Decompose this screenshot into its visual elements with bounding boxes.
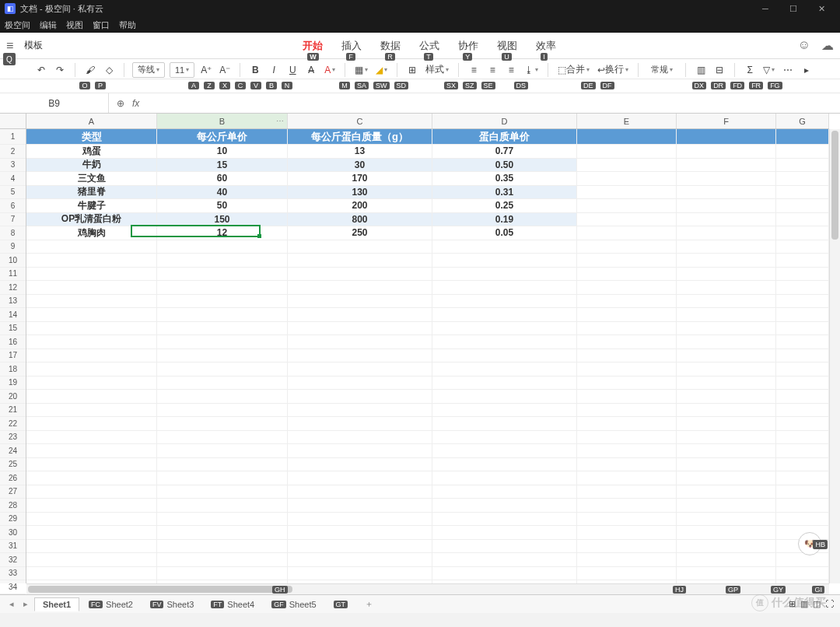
row-header-12[interactable]: 12 [0,281,26,295]
cell[interactable] [577,471,677,485]
sheet-tab-Sheet1[interactable]: Sheet1 [34,597,79,611]
cell[interactable] [577,363,677,377]
cell[interactable] [432,335,577,349]
cell[interactable]: 0.31 [432,186,577,200]
cell[interactable] [432,390,577,404]
menu-编辑[interactable]: 编辑 [40,19,57,31]
cell[interactable] [577,226,677,240]
cell[interactable]: 鸡胸肉 [26,226,157,240]
cell[interactable] [432,513,577,527]
cell[interactable] [288,390,432,404]
sort-button[interactable]: ⊟ [712,62,726,78]
column-headers[interactable]: AB⋯CDEFG [26,114,829,129]
cell[interactable] [288,567,432,581]
cell[interactable] [157,417,288,431]
cell[interactable] [577,540,677,554]
cell[interactable] [677,308,776,322]
cell[interactable] [26,404,157,418]
cell[interactable]: 130 [288,186,432,200]
row-header-18[interactable]: 18 [0,363,26,377]
row-header-35[interactable]: 35 [0,594,26,595]
cell[interactable] [776,172,829,186]
sheet-tab-Sheet4[interactable]: FTSheet4 [203,597,262,611]
cell[interactable] [26,281,157,295]
row-header-16[interactable]: 16 [0,335,26,349]
row-header-33[interactable]: 33 [0,567,26,581]
cell[interactable] [432,308,577,322]
clear-format-button[interactable]: ◇ [102,62,116,78]
filter-button[interactable]: ▽ [761,62,776,78]
row-header-3[interactable]: 3 [0,159,26,173]
cell[interactable] [677,226,776,240]
cell[interactable] [577,335,677,349]
cell[interactable] [776,513,829,527]
expand-button[interactable]: ▸ [800,62,814,78]
cell[interactable] [157,444,288,458]
cell[interactable] [157,322,288,336]
row-header-1[interactable]: 1 [0,129,26,145]
cell[interactable]: 蛋白质单价 [432,129,577,145]
cell[interactable]: 鸡蛋 [26,145,157,159]
align-left-button[interactable]: ≡ [467,62,481,78]
cell-style-button[interactable]: 样式 [424,62,450,78]
cell[interactable] [577,567,677,581]
bold-button[interactable]: B [248,62,262,78]
cell[interactable] [288,240,432,254]
row-header-22[interactable]: 22 [0,417,26,431]
cell[interactable] [432,349,577,363]
cell[interactable] [432,526,577,540]
cell[interactable] [577,240,677,254]
align-center-button[interactable]: ≡ [485,62,499,78]
cell[interactable] [577,349,677,363]
cell[interactable] [677,254,776,268]
cell[interactable] [677,431,776,445]
cell[interactable] [776,458,829,472]
cell[interactable] [157,513,288,527]
cell[interactable]: 猪里脊 [26,186,157,200]
undo-button[interactable]: ↶ [34,62,48,78]
cell[interactable] [677,129,776,145]
ribbon-tab-效率[interactable]: 效率I [536,39,556,53]
cell[interactable]: 每公斤蛋白质量（g） [288,129,432,145]
cell[interactable] [677,553,776,567]
cell[interactable] [432,281,577,295]
cell[interactable] [288,254,432,268]
cell[interactable] [288,404,432,418]
wrap-button[interactable]: ↩ 换行 [596,62,630,78]
cell[interactable]: 类型 [26,129,157,145]
cell[interactable] [776,377,829,391]
cell[interactable] [26,526,157,540]
cell[interactable] [26,540,157,554]
cell[interactable] [26,499,157,513]
cell[interactable] [677,363,776,377]
cell[interactable] [157,526,288,540]
row-header-21[interactable]: 21 [0,404,26,418]
cell[interactable] [776,471,829,485]
sheet-tab-add[interactable]: GT [326,597,359,611]
cell[interactable] [577,431,677,445]
user-icon[interactable]: ☺ [798,38,810,53]
cell[interactable] [776,254,829,268]
cell[interactable] [157,254,288,268]
decrease-font-button[interactable]: A⁻ [218,62,232,78]
status-icon-4[interactable]: ⛶ [825,599,834,609]
cell[interactable] [577,553,677,567]
row-header-10[interactable]: 10 [0,254,26,268]
formula-input[interactable] [147,93,840,113]
cell[interactable] [26,322,157,336]
cell[interactable] [776,390,829,404]
cell[interactable] [26,513,157,527]
hamburger-icon[interactable]: ≡ [6,39,13,53]
cell[interactable]: 12 [157,226,288,240]
row-header-25[interactable]: 25 [0,458,26,472]
cell[interactable] [157,281,288,295]
cell[interactable] [577,458,677,472]
name-box[interactable]: B9 [0,93,109,113]
cell[interactable] [776,567,829,581]
cells-area[interactable]: 类型每公斤单价每公斤蛋白质量（g）蛋白质单价鸡蛋10130.77牛奶15300.… [26,129,829,583]
cell[interactable] [288,349,432,363]
cell[interactable] [432,404,577,418]
menu-视图[interactable]: 视图 [66,19,83,31]
redo-button[interactable]: ↷ [53,62,67,78]
cell[interactable] [677,444,776,458]
